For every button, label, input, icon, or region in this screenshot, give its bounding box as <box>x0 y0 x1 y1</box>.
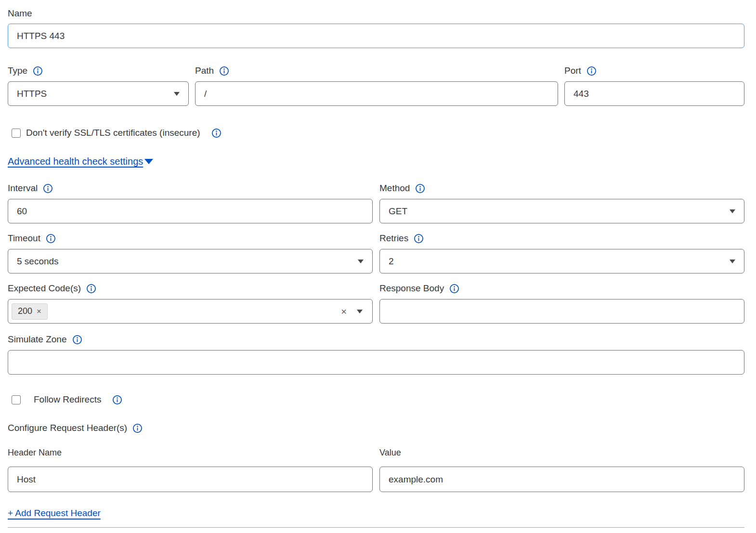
retries-select-value: 2 <box>389 256 394 267</box>
timeout-select-value: 5 seconds <box>17 256 59 267</box>
timeout-retries-row: Timeout 5 seconds Retries 2 <box>8 233 744 273</box>
path-label: Path <box>195 65 214 77</box>
follow-redirects-label: Follow Redirects <box>34 394 101 405</box>
chevron-down-icon <box>730 260 735 263</box>
header-name-label: Header Name <box>8 447 62 458</box>
response-body-label: Response Body <box>379 283 444 294</box>
expected-codes-info-icon[interactable] <box>86 284 96 294</box>
method-label: Method <box>379 182 410 194</box>
simulate-zone-info-icon[interactable] <box>72 335 82 345</box>
port-label: Port <box>564 65 581 77</box>
section-divider <box>8 527 744 528</box>
expected-code-tag-value: 200 <box>18 306 32 316</box>
header-name-input[interactable] <box>8 467 373 492</box>
type-path-port-row: Type HTTPS Path Port <box>8 65 744 106</box>
header-value-input[interactable] <box>379 467 744 492</box>
request-headers-heading: Configure Request Header(s) <box>8 422 127 434</box>
interval-info-icon[interactable] <box>43 183 53 194</box>
codes-body-row: Expected Code(s) 200 × × Response Body <box>8 283 744 324</box>
retries-select[interactable]: 2 <box>379 249 744 273</box>
retries-label: Retries <box>379 233 408 244</box>
type-label: Type <box>8 65 27 77</box>
method-select-value: GET <box>389 206 407 217</box>
name-input[interactable] <box>8 24 744 48</box>
chevron-down-icon <box>730 209 735 213</box>
expected-codes-multiselect[interactable]: 200 × × <box>8 299 373 324</box>
interval-input[interactable] <box>8 199 373 223</box>
ssl-verify-row: Don't verify SSL/TLS certificates (insec… <box>8 128 744 138</box>
follow-redirects-row: Follow Redirects <box>8 394 744 405</box>
ssl-verify-label: Don't verify SSL/TLS certificates (insec… <box>26 128 200 138</box>
header-row: Header Name Value <box>8 447 744 492</box>
retries-info-icon[interactable] <box>414 234 424 244</box>
response-body-info-icon[interactable] <box>449 284 459 294</box>
follow-redirects-checkbox[interactable] <box>12 395 21 404</box>
type-select-value: HTTPS <box>17 89 47 99</box>
port-info-icon[interactable] <box>587 66 597 76</box>
method-info-icon[interactable] <box>415 183 425 194</box>
timeout-label: Timeout <box>8 233 40 244</box>
triangle-down-icon <box>144 159 153 164</box>
interval-method-row: Interval Method GET <box>8 182 744 223</box>
timeout-info-icon[interactable] <box>46 234 56 244</box>
simulate-zone-label: Simulate Zone <box>8 334 67 345</box>
response-body-input[interactable] <box>379 299 744 324</box>
advanced-settings-link[interactable]: Advanced health check settings <box>8 156 153 167</box>
path-input[interactable] <box>195 81 558 106</box>
health-check-form: Name Type HTTPS Path Port <box>0 0 756 528</box>
simulate-zone-row: Simulate Zone <box>8 334 744 375</box>
expected-code-tag: 200 × <box>12 303 48 320</box>
timeout-select[interactable]: 5 seconds <box>8 249 373 273</box>
interval-label: Interval <box>8 182 38 194</box>
tag-remove-icon[interactable]: × <box>37 307 41 316</box>
chevron-down-icon <box>174 92 180 96</box>
ssl-verify-info-icon[interactable] <box>211 128 222 138</box>
port-input[interactable] <box>564 81 744 106</box>
follow-redirects-info-icon[interactable] <box>112 395 122 405</box>
request-headers-info-icon[interactable] <box>132 423 143 433</box>
chevron-down-icon[interactable] <box>357 310 363 313</box>
add-request-header-link[interactable]: + Add Request Header <box>8 508 101 518</box>
simulate-zone-input[interactable] <box>8 350 744 375</box>
type-select[interactable]: HTTPS <box>8 81 189 106</box>
clear-all-icon[interactable]: × <box>341 307 347 316</box>
header-value-label: Value <box>379 447 401 458</box>
path-info-icon[interactable] <box>219 66 229 76</box>
chevron-down-icon <box>358 260 364 263</box>
name-label: Name <box>8 8 32 19</box>
expected-codes-label: Expected Code(s) <box>8 283 81 294</box>
advanced-settings-link-label: Advanced health check settings <box>8 156 143 167</box>
method-select[interactable]: GET <box>379 199 744 223</box>
ssl-verify-checkbox[interactable] <box>12 129 21 138</box>
type-info-icon[interactable] <box>33 66 43 76</box>
